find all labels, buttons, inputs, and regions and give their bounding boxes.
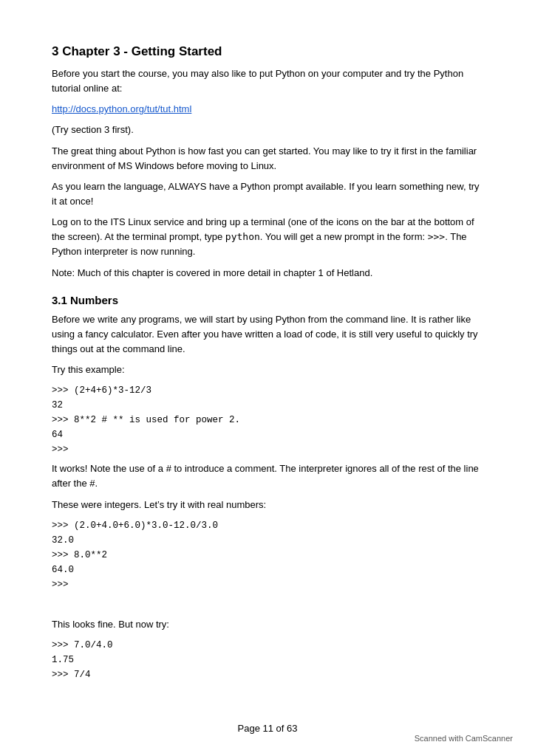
code-line: 32.0 [52, 533, 483, 548]
code-line: >>> 7/4 [52, 667, 483, 682]
code-block-1: >>> (2+4+6)*3-12/3 32 >>> 8**2 # ** is u… [52, 383, 483, 457]
code-line: >>> 7.0/4.0 [52, 638, 483, 653]
code-block-2: >>> (2.0+4.0+6.0)*3.0-12.0/3.0 32.0 >>> … [52, 518, 483, 592]
code-line: 64 [52, 427, 483, 442]
python-link[interactable]: http://docs.python.org/tut/tut.html [52, 102, 483, 117]
try-example-label: Try this example: [52, 362, 483, 377]
code-line: >>> [52, 442, 483, 457]
code-line: >>> [52, 577, 483, 592]
code-line: >>> (2.0+4.0+6.0)*3.0-12.0/3.0 [52, 518, 483, 533]
intro-paragraph-3: The great thing about Python is how fast… [52, 144, 483, 173]
page: 3 Chapter 3 - Getting Started Before you… [0, 0, 535, 756]
real-numbers-intro: These were integers. Let’s try it with r… [52, 498, 483, 512]
code-line: >>> (2+4+6)*3-12/3 [52, 383, 483, 398]
section-title: 3.1 Numbers [52, 294, 483, 306]
code-line: >>> 8.0**2 [52, 548, 483, 563]
now-try-intro: This looks fine. But now try: [52, 617, 483, 632]
code-line: >>> 8**2 # ** is used for power 2. [52, 413, 483, 427]
code-line: 32 [52, 398, 483, 413]
page-number: Page 11 of 63 [238, 723, 298, 734]
code-line: 1.75 [52, 653, 483, 667]
chapter-title: 3 Chapter 3 - Getting Started [52, 44, 483, 59]
code-line: 64.0 [52, 563, 483, 577]
page-footer: Page 11 of 63 [0, 723, 535, 734]
intro-paragraph-6: Note: Much of this chapter is covered in… [52, 266, 483, 281]
after-code-1: It works! Note the use of a # to introdu… [52, 461, 483, 491]
blank-spacer [52, 597, 483, 611]
code-block-3: >>> 7.0/4.0 1.75 >>> 7/4 [52, 638, 483, 682]
try-section-note: (Try section 3 first). [52, 123, 483, 137]
intro-paragraph-5: Log on to the ITS Linux service and brin… [52, 215, 483, 259]
intro-paragraph-4: As you learn the language, ALWAYS have a… [52, 179, 483, 209]
intro-paragraph-1: Before you start the course, you may als… [52, 66, 483, 96]
scanned-label: Scanned with CamScanner [415, 734, 513, 743]
section-paragraph-1: Before we write any programs, we will st… [52, 312, 483, 357]
